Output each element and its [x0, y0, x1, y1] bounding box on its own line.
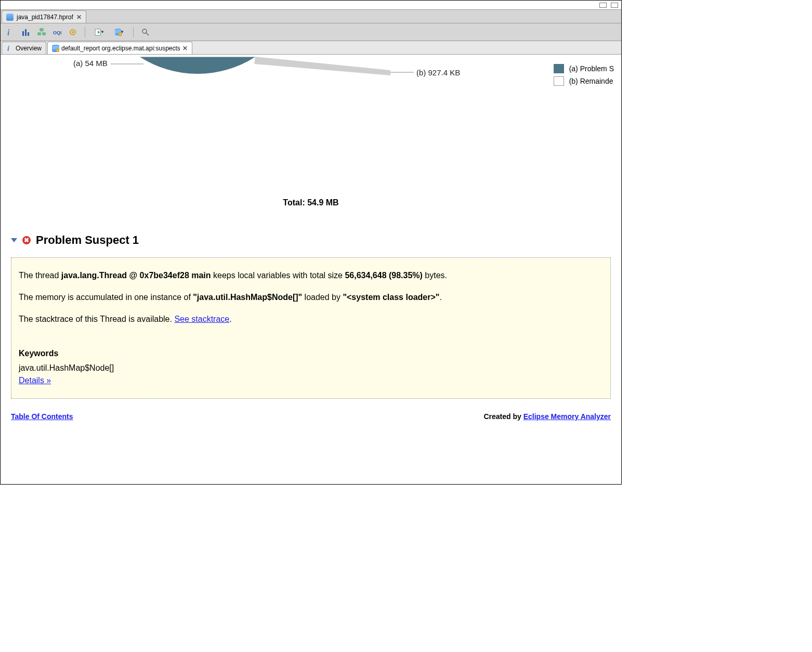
report-footer: Table Of Contents Created by Eclipse Mem… [1, 409, 621, 423]
svg-rect-1 [22, 31, 24, 36]
detail-paragraph-2: The memory is accumulated in one instanc… [19, 291, 603, 304]
tab-default-report[interactable]: default_report org.eclipse.mat.api:suspe… [47, 42, 192, 54]
toc-link[interactable]: Table Of Contents [11, 412, 73, 421]
report-icon [52, 45, 59, 52]
app-window: java_pid17847.hprof ✕ i OQL ▼ ▼ i Overvi… [0, 0, 622, 485]
editor-tabs: java_pid17847.hprof ✕ [1, 10, 621, 23]
gear-icon[interactable] [68, 28, 77, 37]
chart-slice-a-label: (a) 54 MB [73, 59, 108, 68]
svg-marker-25 [254, 57, 390, 75]
svg-point-17 [142, 29, 147, 33]
error-icon: ✖ [22, 236, 31, 244]
svg-text:i: i [7, 28, 10, 36]
chart-legend: (a) Problem S (b) Remainde [554, 64, 614, 89]
svg-rect-4 [40, 29, 43, 31]
keywords-heading: Keywords [19, 349, 58, 358]
legend-label: (b) Remainde [569, 77, 613, 85]
maximize-button[interactable] [611, 3, 618, 8]
svg-text:i: i [7, 45, 9, 52]
section-header[interactable]: ✖ Problem Suspect 1 [11, 233, 621, 247]
swatch-a [554, 64, 564, 73]
pie-chart: (a) 54 MB (b) 927.4 KB [1, 55, 614, 195]
search-icon[interactable] [141, 28, 150, 37]
chart-total: Total: 54.9 MB [1, 198, 621, 207]
minimize-button[interactable] [599, 3, 607, 8]
svg-text:OQL: OQL [53, 30, 61, 35]
legend-item-b: (b) Remainde [554, 76, 614, 86]
tab-overview[interactable]: i Overview [2, 42, 46, 54]
histogram-icon[interactable] [21, 28, 31, 37]
chart-slice-b-label: (b) 927.4 KB [416, 68, 460, 77]
info-icon: i [6, 45, 14, 52]
separator [133, 27, 134, 37]
swatch-b [554, 76, 564, 86]
svg-rect-6 [38, 33, 41, 35]
details-link[interactable]: Details » [19, 376, 51, 385]
tab-label: default_report org.eclipse.mat.api:suspe… [61, 45, 180, 52]
see-stacktrace-link[interactable]: See stacktrace [174, 315, 229, 323]
separator [85, 27, 85, 37]
svg-line-18 [146, 33, 149, 35]
heap-dump-icon [6, 14, 14, 21]
svg-rect-2 [25, 29, 27, 36]
report-content: (a) 54 MB (b) 927.4 KB Total: 54.9 MB (a… [1, 55, 621, 484]
keyword-value: java.util.HashMap$Node[] [19, 362, 603, 374]
oql-icon[interactable]: OQL [53, 28, 62, 37]
dominator-tree-icon[interactable] [37, 28, 46, 37]
close-icon[interactable]: ✕ [182, 45, 188, 52]
detail-paragraph-1: The thread java.lang.Thread @ 0x7be34ef2… [19, 269, 603, 282]
collapse-icon[interactable] [11, 238, 17, 242]
info-icon[interactable]: i [6, 28, 15, 37]
legend-label: (a) Problem S [569, 64, 614, 73]
created-by: Created by Eclipse Memory Analyzer [483, 412, 611, 421]
window-controls [1, 1, 621, 10]
toolbar: i OQL ▼ ▼ [1, 23, 621, 41]
close-icon[interactable]: ✕ [76, 14, 82, 21]
sub-tabs: i Overview default_report org.eclipse.ma… [1, 41, 621, 55]
query-browser-dropdown[interactable]: ▼ [112, 28, 126, 37]
editor-tab-label: java_pid17847.hprof [17, 14, 73, 21]
tab-label: Overview [16, 45, 42, 52]
svg-point-23 [56, 49, 59, 52]
problem-detail-box: The thread java.lang.Thread @ 0x7be34ef2… [11, 257, 611, 399]
run-report-dropdown[interactable]: ▼ [93, 28, 106, 37]
svg-rect-3 [28, 32, 29, 36]
svg-point-10 [72, 31, 74, 33]
analyzer-link[interactable]: Eclipse Memory Analyzer [523, 412, 611, 421]
editor-tab-hprof[interactable]: java_pid17847.hprof ✕ [2, 10, 86, 23]
legend-item-a: (a) Problem S [554, 64, 614, 73]
svg-rect-7 [43, 33, 45, 35]
detail-paragraph-3: The stacktrace of this Thread is availab… [19, 313, 603, 325]
section-title: Problem Suspect 1 [36, 233, 139, 247]
